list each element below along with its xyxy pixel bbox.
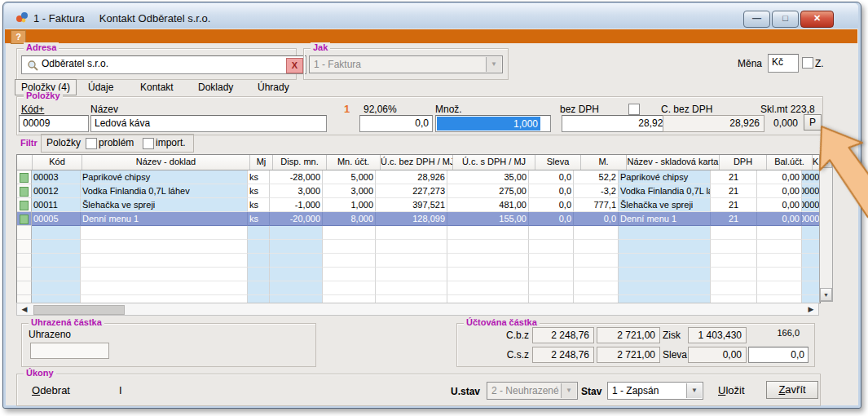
scroll-down-icon[interactable]: ▼ [820,288,832,301]
chevron-down-icon[interactable]: ▼ [686,383,702,398]
titlebar[interactable]: 1 - FakturaKontakt Odběratel s.r.o. [4,3,858,29]
net-price-input[interactable]: 28,926 [562,115,672,132]
table-cell: 227,273 [376,184,447,198]
net-total-box: 28,926 [663,115,764,132]
table-cell: 0,00 [757,184,802,198]
column-header[interactable]: Mn. účt. [327,155,381,170]
column-header[interactable]: Ú.c. bez DPH / MJ [381,155,453,170]
table-cell: -20,000 [270,212,323,226]
table-cell [619,240,711,254]
table-cell [248,268,270,281]
clear-address-icon[interactable]: X [286,58,303,73]
scroll-left-icon[interactable]: ◀ [19,304,30,314]
table-cell: 5,000 [323,170,376,184]
paid-field-box[interactable] [30,343,109,359]
accent-bar [5,29,857,43]
table-cell: 0,00 [757,170,802,184]
problem-checkbox-label: problém [99,137,134,148]
column-header[interactable]: DPH [720,155,767,170]
margin-percent-input[interactable]: 0,0 [359,115,433,132]
table-cell [81,268,248,281]
row-marker-icon [20,187,29,197]
item-name-input[interactable]: Ledová káva [90,115,327,132]
qty-input[interactable]: 1,000 [435,115,551,132]
problem-checkbox[interactable] [86,138,97,149]
tab-kontakt[interactable]: Kontakt [140,82,174,93]
row-marker-icon [20,215,29,224]
table-cell [248,226,270,240]
table-cell [619,281,711,295]
table-cell: 35,00 [447,170,529,184]
horizontal-scrollbar[interactable]: ◀ ▶ [16,303,819,316]
table-row[interactable]: 00012Vodka Finlandia 0,7L láhevks3,0003,… [17,184,820,198]
table-cell [32,254,81,268]
empty-row [17,226,820,240]
table-cell: 00005 [32,212,81,226]
maximize-button[interactable]: □ [772,11,799,28]
pay-state-select[interactable]: 2 - Neuhrazené, be: ▼ [487,382,578,400]
column-header[interactable]: Disp. mn. [273,155,327,170]
column-header[interactable]: M. [581,155,627,170]
table-row[interactable]: 00011Šlehačka ve sprejiks-1,0001,000397,… [17,198,820,212]
currency-input[interactable]: Kč [768,54,799,73]
table-cell: Šlehačka ve spreji [619,198,711,212]
remove-button[interactable]: Odebrat [32,384,70,396]
header-indicator-cell [17,155,33,170]
item-code-input[interactable]: 00009 [19,115,89,132]
tab-udaje[interactable]: Údaje [88,82,113,93]
table-cell [270,281,323,295]
discount-input[interactable]: 0,0 [748,347,809,363]
table-cell: 397,521 [376,198,447,212]
table-cell [447,268,529,281]
table-cell [711,254,757,268]
table-cell [32,268,81,281]
state-select[interactable]: 1 - Zapsán ▼ [607,382,703,400]
table-cell: 0,0 [529,170,574,184]
profit-percent-value: 166,0 [767,328,800,338]
gross-amount-box-1: 2 248,76 [532,347,594,363]
table-header-row: KódNázev - dokladMjDisp. mn.Mn. účt.Ú.c.… [17,155,820,170]
table-cell [270,268,323,281]
currency-label: Měna [738,58,762,69]
tab-uhrady[interactable]: Úhrady [258,82,289,93]
doc-type-select[interactable]: 1 - Faktura ▼ [309,55,503,73]
close-button[interactable]: ✕ [800,11,834,28]
table-cell [81,240,248,254]
z-checkbox[interactable] [802,57,813,69]
import-checkbox[interactable] [143,138,154,149]
row-indicator [17,198,32,212]
doc-type-group-label: Jak [311,42,330,52]
column-header[interactable]: Ú.c. s DPH / MJ [453,155,535,170]
column-header[interactable]: Kód [33,155,82,170]
table-row[interactable]: 00003Paprikové chipsyks-28,0005,00028,92… [17,170,820,184]
chevron-down-icon[interactable]: ▼ [561,383,576,398]
table-cell [619,254,711,268]
close-form-button[interactable]: Zavřít [766,381,818,399]
net-price-checkbox[interactable] [628,104,640,115]
save-button[interactable]: Uložit [718,384,745,396]
column-header[interactable]: Název - skladová karta [627,155,720,170]
column-header[interactable]: Sleva [535,155,581,170]
doc-type-value: 1 - Faktura [314,59,484,70]
table-cell: Vodka Finlandia 0,7L láhev [81,184,248,198]
chevron-down-icon[interactable]: ▼ [486,57,501,72]
table-cell: 0,00 [757,212,802,226]
tab-doklady[interactable]: Doklady [198,82,233,93]
item-count-badge: 1 [344,103,350,115]
column-header[interactable]: Název - doklad [82,155,250,170]
table-cell [619,268,711,281]
stock-label: Skl.mt 223,8 [760,104,815,115]
column-header[interactable]: Bal.účt. [767,155,813,170]
scroll-right-icon[interactable]: ▶ [805,304,817,314]
address-group-label: Adresa [24,42,59,52]
column-header[interactable]: Mj [250,155,273,170]
table-cell [447,240,529,254]
hscroll-thumb[interactable] [33,305,125,315]
minimize-button[interactable]: — [743,11,770,28]
row-marker-icon [20,201,29,210]
table-cell [32,226,81,240]
address-input[interactable]: Odběratel s.r.o. X [21,55,306,74]
table-cell: 0,00 [757,198,802,212]
profit-label: Zisk [663,330,681,341]
table-row[interactable]: 00005Denní menu 1ks-20,0008,000128,09915… [17,212,820,226]
